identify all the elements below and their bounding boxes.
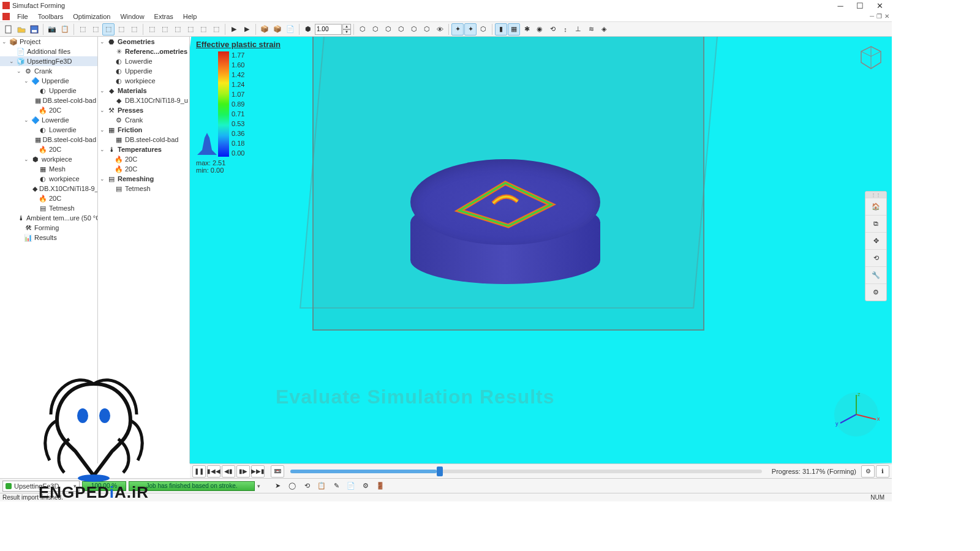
tree-item[interactable]: ⌄🌡Temperatures [98,144,189,154]
tree-item[interactable]: 🛠Forming [0,223,97,233]
tree-item[interactable]: 📊Results [0,233,97,242]
tree-item[interactable]: ⚙Crank [98,115,189,125]
tree-item[interactable]: ⌄📦Project [0,37,97,47]
iso5-icon[interactable]: ⬡ [408,23,420,36]
tool1-button[interactable]: ⬚ [77,23,89,36]
settings-icon[interactable]: ⚙ [865,283,886,301]
pick2-icon[interactable]: ✦ [464,23,477,36]
jb6-icon[interactable]: 📄 [345,480,357,492]
tree-item[interactable]: ◐Lowerdie [98,56,189,66]
tool5-button[interactable]: ⬚ [128,23,140,36]
menu-help[interactable]: Help [178,13,202,20]
wrench-icon[interactable]: 🔧 [865,266,886,283]
pick1-icon[interactable]: ✦ [451,23,464,36]
tree-item[interactable]: ▤Tetmesh [0,203,97,213]
process-tree[interactable]: ⌄⬣Geometries✳Referenc...ometries◐Lowerdi… [98,37,190,463]
minimize-button[interactable]: ─ [831,0,850,11]
tree-item[interactable]: 🔥20C [0,144,97,154]
report-button[interactable]: 📋 [59,23,71,36]
maximize-button[interactable]: ☐ [850,0,870,11]
tree-item[interactable]: ◐Upperdie [98,66,189,76]
tree-item[interactable]: 🔥20C [98,154,189,164]
tool6-button[interactable]: ⬚ [146,23,158,36]
jb1-icon[interactable]: ➤ [271,480,284,492]
tree-item[interactable]: 🔥20C [0,105,97,115]
pick3-icon[interactable]: ⬡ [477,23,489,36]
toolbar-handle[interactable]: ⋮⋮ [865,192,886,198]
tree-item[interactable]: ◐workpiece [98,76,189,86]
menu-optimization[interactable]: Optimization [68,13,115,20]
copy-view-icon[interactable]: ⧉ [865,215,886,232]
mdi-close[interactable]: ✕ [884,13,889,20]
tree-item[interactable]: ▦DB.steel-cold-bad [0,96,97,105]
zoom-spinner[interactable]: ▲▼ [342,24,351,35]
next-frame-button[interactable]: ▮▶ [236,465,250,478]
info-icon[interactable]: ℹ [876,465,889,478]
timeline-slider[interactable] [290,470,762,473]
result9-icon[interactable]: ◈ [598,23,610,36]
tree-item[interactable]: 🔥20C [0,193,97,203]
record-button[interactable]: 📼 [271,465,284,478]
box2-icon[interactable]: 📦 [271,23,284,36]
project-tree[interactable]: ⌄📦Project📄Additional files⌄🧊UpsettingFe3… [0,37,98,463]
jb3-icon[interactable]: ⟲ [301,480,313,492]
tree-item[interactable]: ⌄▦Friction [98,125,189,135]
rotate-icon[interactable]: ⟲ [865,249,886,266]
tree-item[interactable]: ⌄▤Remeshing [98,174,189,184]
menu-toolbars[interactable]: Toolbars [33,13,69,20]
box-icon[interactable]: 📦 [258,23,271,36]
jb2-icon[interactable]: ◯ [286,480,298,492]
iso6-icon[interactable]: ⬡ [421,23,433,36]
tree-item[interactable]: 🌡Ambient tem...ure (50 °C) [0,213,97,223]
tool7-button[interactable]: ⬚ [159,23,171,36]
tree-item[interactable]: ⌄◆Materials [98,86,189,96]
tree-item[interactable]: ◐Upperdie [0,86,97,96]
job-select[interactable]: UpsettingFe3D [2,481,80,492]
result1-icon[interactable]: ▮ [495,23,507,36]
result6-icon[interactable]: ↕ [559,23,571,36]
jb-gear-icon[interactable]: ⚙ [360,480,372,492]
save-button[interactable] [28,23,40,36]
fit-view-icon[interactable]: ✥ [865,232,886,249]
menu-file[interactable]: File [12,13,33,20]
tree-item[interactable]: ▤Tetmesh [98,184,189,193]
home-view-icon[interactable]: 🏠 [865,198,886,215]
tool3-button[interactable]: ⬚ [102,23,115,36]
zoom-input[interactable] [315,24,342,35]
result2-icon[interactable]: ▦ [508,23,520,36]
iso3-icon[interactable]: ⬡ [382,23,394,36]
result3-icon[interactable]: ✱ [521,23,533,36]
mdi-restore[interactable]: ❐ [876,13,882,20]
menu-window[interactable]: Window [115,13,149,20]
tree-item[interactable]: ⌄⚙Crank [0,66,97,76]
tree-item[interactable]: ⌄🧊UpsettingFe3D [0,56,97,66]
tree-item[interactable]: 📄Additional files [0,47,97,56]
eye-icon[interactable]: 👁 [434,23,446,36]
tool9-button[interactable]: ⬚ [184,23,197,36]
pause-button[interactable]: ❚❚ [192,465,206,478]
tree-item[interactable]: ▦DB.steel-cold-bad [98,135,189,144]
tree-item[interactable]: ▦DB.steel-cold-bad [0,135,97,144]
result7-icon[interactable]: ⊥ [572,23,584,36]
first-frame-button[interactable]: ▮◀◀ [207,465,221,478]
prev-frame-button[interactable]: ◀▮ [222,465,235,478]
tool11-button[interactable]: ⬚ [210,23,222,36]
viewport-3d[interactable]: Evaluate Simulation Results Effective pl… [190,37,892,463]
sheet-icon[interactable]: 📄 [284,23,296,36]
jb4-icon[interactable]: 📋 [315,480,328,492]
navigation-cube-icon[interactable] [858,44,884,71]
tree-item[interactable]: ⌄🔷Lowerdie [0,115,97,125]
screenshot-button[interactable]: 📷 [46,23,58,36]
tree-item[interactable]: ◐Lowerdie [0,125,97,135]
result8-icon[interactable]: ≋ [585,23,597,36]
last-frame-button[interactable]: ▶▶▮ [251,465,265,478]
open-button[interactable] [15,23,28,36]
result4-icon[interactable]: ◉ [533,23,546,36]
result5-icon[interactable]: ⟲ [546,23,559,36]
close-button[interactable]: ✕ [870,0,889,11]
tree-item[interactable]: ⌄⬣Geometries [98,37,189,47]
tree-item[interactable]: ⌄⚒Presses [98,105,189,115]
tool4-button[interactable]: ⬚ [115,23,127,36]
tool10-button[interactable]: ⬚ [197,23,209,36]
tree-item[interactable]: ⌄⬢workpiece [0,154,97,164]
